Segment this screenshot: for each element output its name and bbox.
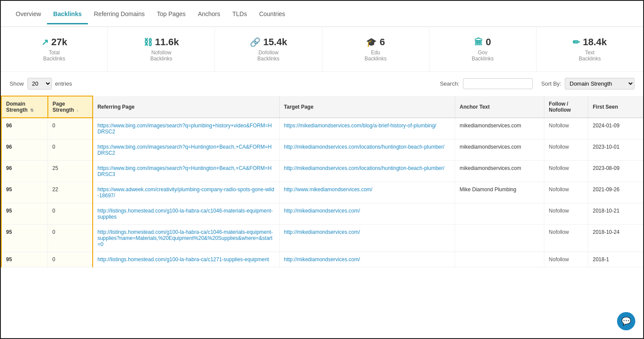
- total-backlinks-value: 27k: [51, 37, 67, 48]
- referring-link[interactable]: http://listings.homestead.com/g100-la-ha…: [97, 256, 269, 263]
- controls-bar: Show 10 20 50 100 entries Search: Sort B…: [1, 72, 643, 96]
- show-select[interactable]: 10 20 50 100: [27, 78, 52, 90]
- table-container: Domain Strength ⇅ Page Strength ↓ Referr…: [1, 96, 643, 267]
- cell-follow: Nofollow: [544, 252, 588, 267]
- gov-backlinks-label: GovBacklinks: [438, 50, 527, 62]
- nofollow-backlinks-value: 11.6k: [155, 37, 179, 48]
- col-header-first-seen: First Seen: [588, 96, 643, 118]
- stat-gov-backlinks: 🏛0 GovBacklinks: [429, 27, 537, 71]
- target-link[interactable]: http://mikediamondservices.com/: [284, 229, 360, 235]
- table-row: 96 0 https://www.bing.com/images/search?…: [1, 118, 643, 140]
- col-header-target-page: Target Page: [279, 96, 455, 118]
- sort-select[interactable]: Domain Strength Page Strength First Seen: [565, 78, 634, 90]
- cell-target-page: https://mikediamondservices.com/blog/a-b…: [279, 118, 455, 140]
- cell-first-seen: 2018-10-24: [588, 225, 643, 252]
- col-header-referring-page: Referring Page: [93, 96, 279, 118]
- cell-target-page: http://mikediamondservices.com/: [279, 203, 455, 225]
- cell-follow: Nofollow: [544, 140, 588, 161]
- cell-page-strength: 0: [48, 252, 93, 267]
- cell-first-seen: 2023-08-09: [588, 161, 643, 182]
- tab-top-pages[interactable]: Top Pages: [151, 7, 191, 21]
- tab-anchors[interactable]: Anchors: [192, 7, 226, 21]
- gov-icon: 🏛: [474, 37, 483, 47]
- target-link[interactable]: http://mikediamondservices.com/: [284, 256, 360, 263]
- table-row: 96 25 https://www.bing.com/images/search…: [1, 161, 643, 182]
- referring-link[interactable]: http://listings.homestead.com/g100-la-ha…: [97, 229, 273, 247]
- edu-icon: 🎓: [366, 37, 377, 47]
- col-header-anchor-text: Anchor Text: [455, 96, 544, 118]
- referring-link[interactable]: https://www.bing.com/images/search?q=Hun…: [97, 165, 272, 177]
- tab-tlds[interactable]: TLDs: [226, 7, 253, 21]
- tab-referring-domains[interactable]: Referring Domains: [88, 7, 151, 21]
- stats-row: ↗27k TotalBacklinks ⛓11.6k NofollowBackl…: [1, 27, 643, 72]
- tab-overview[interactable]: Overview: [10, 7, 47, 21]
- tab-backlinks[interactable]: Backlinks: [47, 7, 87, 21]
- search-input[interactable]: [463, 78, 533, 89]
- cell-first-seen: 2024-01-09: [588, 118, 643, 140]
- chat-icon: 💬: [621, 316, 631, 326]
- tab-countries[interactable]: Countries: [253, 7, 291, 21]
- referring-link[interactable]: https://www.bing.com/images/search?q=Hun…: [97, 144, 272, 156]
- cell-follow: Nofollow: [544, 182, 588, 203]
- external-link-icon: ↗: [41, 37, 49, 47]
- text-backlinks-value: 18.4k: [583, 37, 607, 48]
- col-header-page-strength[interactable]: Page Strength ↓: [48, 96, 93, 118]
- cell-follow: Nofollow: [544, 161, 588, 182]
- link-icon: 🔗: [250, 37, 261, 47]
- cell-target-page: http://mikediamondservices.com/: [279, 252, 455, 267]
- cell-page-strength: 0: [48, 225, 93, 252]
- cell-domain-strength: 95: [1, 203, 48, 225]
- table-row: 95 0 http://listings.homestead.com/g100-…: [1, 225, 643, 252]
- cell-first-seen: 2021-09-26: [588, 182, 643, 203]
- edu-backlinks-value: 6: [379, 37, 385, 48]
- table-row: 96 0 https://www.bing.com/images/search?…: [1, 140, 643, 161]
- referring-link[interactable]: https://www.adweek.com/creativity/plumbi…: [97, 186, 274, 199]
- backlinks-table: Domain Strength ⇅ Page Strength ↓ Referr…: [1, 96, 643, 267]
- cell-target-page: http://mikediamondservices.com/locations…: [279, 140, 455, 161]
- cell-anchor-text: [455, 225, 544, 252]
- target-link[interactable]: http://www.mikediamondservices.com/: [284, 186, 372, 193]
- cell-page-strength: 0: [48, 118, 93, 140]
- table-row: 95 22 https://www.adweek.com/creativity/…: [1, 182, 643, 203]
- col-header-follow: Follow /Nofollow: [544, 96, 588, 118]
- chat-bubble[interactable]: 💬: [617, 312, 635, 330]
- stat-nofollow-backlinks: ⛓11.6k NofollowBacklinks: [108, 27, 215, 71]
- cell-referring-page: https://www.bing.com/images/search?q=Hun…: [93, 161, 279, 182]
- cell-first-seen: 2018-10-21: [588, 203, 643, 225]
- cell-referring-page: https://www.bing.com/images/search?q=Hun…: [93, 140, 279, 161]
- total-backlinks-label: TotalBacklinks: [10, 50, 99, 62]
- cell-page-strength: 22: [48, 182, 93, 203]
- cell-page-strength: 25: [48, 161, 93, 182]
- referring-link[interactable]: http://listings.homestead.com/g100-la-ha…: [97, 208, 273, 220]
- table-row: 95 0 http://listings.homestead.com/g100-…: [1, 203, 643, 225]
- cell-anchor-text: mikediamondservices.com: [455, 140, 544, 161]
- nofollow-backlinks-label: NofollowBacklinks: [117, 50, 206, 62]
- stat-text-backlinks: ✏18.4k TextBacklinks: [537, 27, 643, 71]
- target-link[interactable]: http://mikediamondservices.com/: [284, 208, 360, 214]
- col-header-domain-strength[interactable]: Domain Strength ⇅: [1, 96, 48, 118]
- cell-follow: Nofollow: [544, 118, 588, 140]
- cell-domain-strength: 95: [1, 182, 48, 203]
- cell-anchor-text: [455, 252, 544, 267]
- cell-anchor-text: mikediamondservices.com: [455, 161, 544, 182]
- sort-label: Sort By:: [541, 80, 561, 87]
- target-link[interactable]: https://mikediamondservices.com/blog/a-b…: [284, 123, 436, 129]
- cell-follow: Nofollow: [544, 225, 588, 252]
- cell-first-seen: 2018-1: [588, 252, 643, 267]
- text-backlinks-label: TextBacklinks: [545, 50, 634, 62]
- referring-link[interactable]: https://www.bing.com/images/search?q=plu…: [97, 123, 272, 135]
- target-link[interactable]: http://mikediamondservices.com/locations…: [284, 165, 445, 171]
- show-label: Show: [10, 80, 24, 87]
- cell-follow: Nofollow: [544, 203, 588, 225]
- cell-referring-page: https://www.bing.com/images/search?q=plu…: [93, 118, 279, 140]
- cell-domain-strength: 95: [1, 252, 48, 267]
- tabs-container: Overview Backlinks Referring Domains Top…: [1, 1, 643, 27]
- cell-domain-strength: 96: [1, 118, 48, 140]
- chain-icon: ⛓: [144, 37, 152, 47]
- stat-dofollow-backlinks: 🔗15.4k DofollowBacklinks: [215, 27, 322, 71]
- cell-domain-strength: 96: [1, 140, 48, 161]
- target-link[interactable]: http://mikediamondservices.com/locations…: [284, 144, 445, 150]
- cell-target-page: http://mikediamondservices.com/: [279, 225, 455, 252]
- cell-target-page: http://mikediamondservices.com/locations…: [279, 161, 455, 182]
- text-icon: ✏: [573, 37, 580, 47]
